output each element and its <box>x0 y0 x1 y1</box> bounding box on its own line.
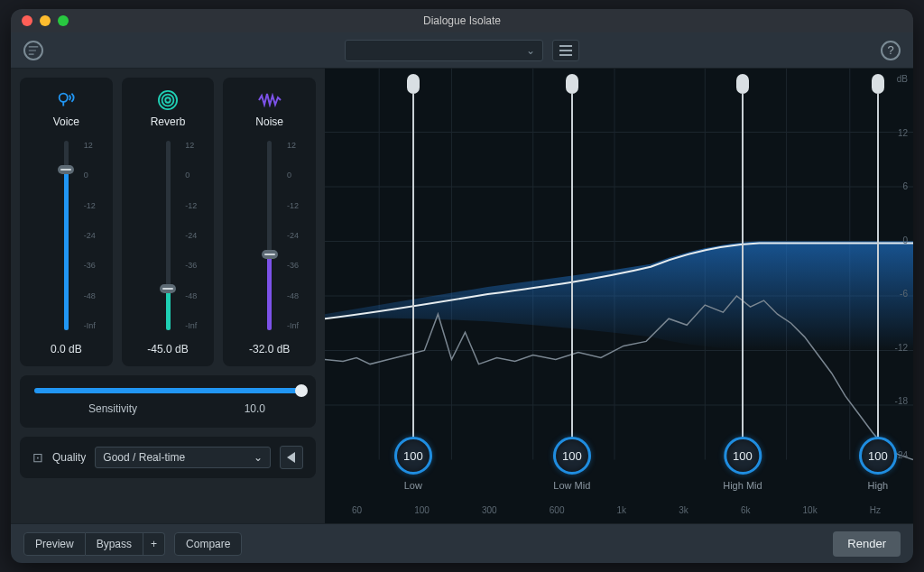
bypass-button[interactable]: Bypass <box>86 532 143 556</box>
band-line-lowmid <box>571 94 573 460</box>
band-handle-lowmid[interactable] <box>566 74 578 94</box>
preview-play-button[interactable] <box>280 446 303 469</box>
compare-button[interactable]: Compare <box>174 532 242 556</box>
noise-value[interactable]: -32.0 dB <box>249 343 290 355</box>
preview-button[interactable]: Preview <box>23 532 86 556</box>
reverb-value[interactable]: -45.0 dB <box>147 343 188 355</box>
sensitivity-value[interactable]: 10.0 <box>245 402 265 415</box>
band-line-low <box>412 94 414 460</box>
quality-icon: ⊡ <box>32 450 43 465</box>
quality-label: Quality <box>52 451 86 464</box>
voice-scale: 120-12-24-36-48-Inf <box>84 141 106 330</box>
band-line-high <box>877 94 879 460</box>
svg-point-1 <box>165 97 171 103</box>
quality-card: ⊡ Quality Good / Real-time ⌄ <box>20 437 316 478</box>
band-knob-high[interactable]: 100 High <box>859 437 897 491</box>
band-handle-highmid[interactable] <box>736 74 749 94</box>
zoom-window-button[interactable] <box>58 15 69 26</box>
app-window: Dialogue Isolate ⌄ ? <box>11 9 913 563</box>
chevron-down-icon: ⌄ <box>526 44 535 57</box>
reverb-label: Reverb <box>151 115 186 128</box>
reverb-fader[interactable]: 120-12-24-36-48-Inf <box>129 141 208 330</box>
render-button[interactable]: Render <box>833 531 901 557</box>
preset-dropdown[interactable]: ⌄ <box>345 40 543 61</box>
hz-scale: 60 100 300 600 1k 3k 6k 10k Hz <box>352 505 881 518</box>
top-toolbar: ⌄ ? <box>11 32 913 69</box>
svg-point-0 <box>60 94 68 102</box>
traffic-lights <box>22 15 69 26</box>
svg-point-2 <box>162 95 174 106</box>
quality-dropdown[interactable]: Good / Real-time ⌄ <box>95 447 271 468</box>
noise-slider-card: Noise 120-12-24-36-48-Inf -32.0 dB <box>223 78 316 366</box>
noise-scale: 120-12-24-36-48-Inf <box>287 141 309 330</box>
chevron-down-icon: ⌄ <box>254 451 263 464</box>
band-knob-highmid[interactable]: 100 High Mid <box>723 437 762 491</box>
voice-slider-card: Voice 120-12-24-36-48-Inf 0.0 dB <box>20 78 113 366</box>
footer-toolbar: Preview Bypass + Compare Render <box>11 523 913 563</box>
band-knob-low[interactable]: 100 Low <box>394 437 432 491</box>
noise-label: Noise <box>255 115 283 128</box>
left-panel: Voice 120-12-24-36-48-Inf 0.0 dB <box>11 69 325 523</box>
titlebar: Dialogue Isolate <box>11 9 913 32</box>
voice-fader[interactable]: 120-12-24-36-48-Inf <box>27 141 106 330</box>
minimize-window-button[interactable] <box>40 15 51 26</box>
band-line-highmid <box>742 94 744 460</box>
gain-sliders-row: Voice 120-12-24-36-48-Inf 0.0 dB <box>20 78 316 366</box>
window-title: Dialogue Isolate <box>11 14 913 27</box>
voice-value[interactable]: 0.0 dB <box>51 343 82 355</box>
preset-menu-button[interactable] <box>552 40 579 61</box>
dialogue-icon[interactable] <box>23 41 43 60</box>
sensitivity-card: Sensitivity 10.0 <box>20 375 316 428</box>
quality-value: Good / Real-time <box>103 451 185 464</box>
help-button[interactable]: ? <box>881 41 901 60</box>
voice-icon <box>56 90 76 110</box>
sensitivity-slider[interactable] <box>34 388 301 393</box>
noise-fader[interactable]: 120-12-24-36-48-Inf <box>230 141 309 330</box>
band-handle-high[interactable] <box>872 74 884 94</box>
noise-icon <box>258 90 282 110</box>
db-scale: dB 12 6 0 -6 -12 -18 -24 <box>881 74 908 460</box>
add-button[interactable]: + <box>143 532 165 556</box>
voice-label: Voice <box>53 115 79 128</box>
band-knob-lowmid[interactable]: 100 Low Mid <box>553 437 591 491</box>
close-window-button[interactable] <box>22 15 32 26</box>
spectrum-display[interactable]: dB 12 6 0 -6 -12 -18 -24 100 Low 100 Low… <box>325 69 913 523</box>
reverb-slider-card: Reverb 120-12-24-36-48-Inf -45.0 dB <box>122 78 215 366</box>
band-handle-low[interactable] <box>407 74 420 94</box>
reverb-icon <box>158 90 178 110</box>
reverb-scale: 120-12-24-36-48-Inf <box>185 141 207 330</box>
main-content: Voice 120-12-24-36-48-Inf 0.0 dB <box>11 69 913 523</box>
sensitivity-label: Sensitivity <box>88 402 137 415</box>
